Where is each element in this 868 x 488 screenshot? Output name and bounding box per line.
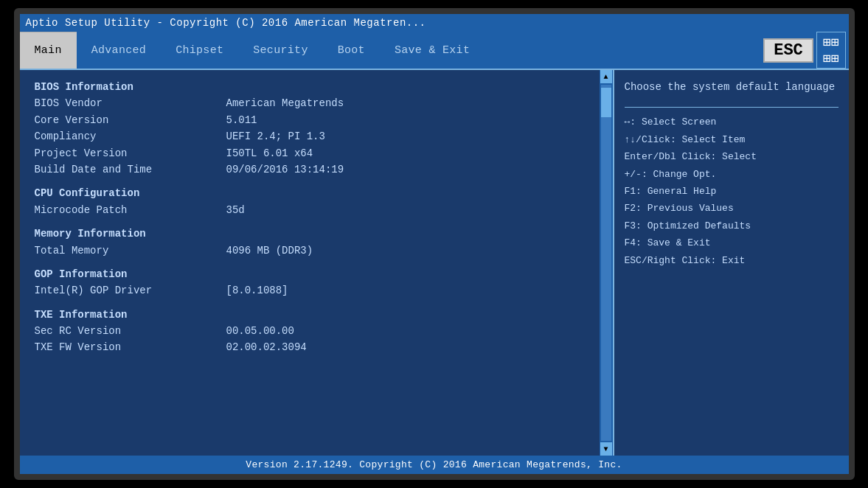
compliancy-label: Compliancy (35, 128, 226, 144)
title-text: Aptio Setup Utility - Copyright (C) 2016… (26, 17, 426, 29)
tab-chipset[interactable]: Chipset (161, 32, 238, 69)
bios-setup-screen: Aptio Setup Utility - Copyright (C) 2016… (14, 8, 855, 480)
sec-rc-value: 00.05.00.00 (226, 323, 294, 339)
tab-security[interactable]: Security (238, 32, 322, 69)
txe-fw-label: TXE FW Version (35, 339, 226, 355)
build-date-row: Build Date and Time 09/06/2016 13:14:19 (35, 161, 585, 178)
gop-driver-value: [8.0.1088] (226, 282, 288, 299)
shortcut-item: ↑↓/Click: Select Item (625, 131, 839, 148)
microcode-label: Microcode Patch (35, 202, 226, 218)
footer-text: Version 2.17.1249. Copyright (C) 2016 Am… (246, 459, 622, 470)
footer-bar: Version 2.17.1249. Copyright (C) 2016 Am… (20, 456, 849, 474)
sec-rc-row: Sec RC Version 00.05.00.00 (35, 323, 585, 339)
bios-vendor-label: BIOS Vendor (35, 95, 226, 111)
tab-boot[interactable]: Boot (323, 32, 380, 69)
build-date-value: 09/06/2016 13:14:19 (226, 161, 344, 178)
core-version-value: 5.011 (226, 112, 257, 128)
microcode-value: 35d (226, 202, 245, 218)
title-bar: Aptio Setup Utility - Copyright (C) 2016… (20, 14, 849, 32)
cpu-config-title: CPU Configuration (35, 185, 585, 201)
tab-save-exit[interactable]: Save & Exit (380, 32, 485, 69)
txe-info-section: TXE Information Sec RC Version 00.05.00.… (35, 307, 585, 356)
help-description: Choose the system default language (625, 79, 839, 95)
nav-right-buttons: ESC ⊞⊞⊞⊞ (763, 32, 848, 69)
scrollbar[interactable]: ▲ ▼ (600, 70, 613, 456)
tab-main[interactable]: Main (20, 32, 77, 69)
gop-info-section: GOP Information Intel(R) GOP Driver [8.0… (35, 266, 585, 299)
txe-info-title: TXE Information (35, 307, 585, 323)
shortcut-help: F1: General Help (625, 183, 839, 200)
left-panel: BIOS Information BIOS Vendor American Me… (20, 70, 600, 456)
memory-info-section: Memory Information Total Memory 4096 MB … (35, 226, 585, 259)
scrollbar-up[interactable]: ▲ (600, 70, 612, 83)
gop-info-title: GOP Information (35, 266, 585, 282)
total-memory-value: 4096 MB (DDR3) (226, 243, 313, 259)
nav-bar: Main Advanced Chipset Security Boot Save… (20, 32, 849, 70)
shortcut-select: Enter/Dbl Click: Select (625, 148, 839, 165)
memory-info-title: Memory Information (35, 226, 585, 242)
shortcut-change: +/-: Change Opt. (625, 166, 839, 183)
shortcut-defaults: F3: Optimized Defaults (625, 217, 839, 234)
gop-driver-label: Intel(R) GOP Driver (35, 282, 226, 299)
bios-vendor-value: American Megatrends (226, 95, 344, 111)
shortcut-save: F4: Save & Exit (625, 234, 839, 251)
shortcut-exit: ESC/Right Click: Exit (625, 252, 839, 269)
txe-fw-row: TXE FW Version 02.00.02.3094 (35, 339, 585, 355)
scrollbar-thumb (601, 88, 611, 117)
shortcut-prev: F2: Previous Values (625, 200, 839, 217)
build-date-label: Build Date and Time (35, 161, 226, 178)
shortcut-screen: ↔: Select Screen (625, 114, 839, 130)
total-memory-row: Total Memory 4096 MB (DDR3) (35, 243, 585, 259)
project-version-value: I50TL 6.01 x64 (226, 145, 313, 161)
bios-info-section: BIOS Information BIOS Vendor American Me… (35, 79, 585, 178)
tab-advanced[interactable]: Advanced (77, 32, 161, 69)
sec-rc-label: Sec RC Version (35, 323, 226, 339)
compliancy-value: UEFI 2.4; PI 1.3 (226, 128, 325, 144)
core-version-row: Core Version 5.011 (35, 112, 585, 128)
txe-fw-value: 02.00.02.3094 (226, 339, 307, 355)
bios-vendor-row: BIOS Vendor American Megatrends (35, 95, 585, 111)
cpu-info-section: CPU Configuration Microcode Patch 35d (35, 185, 585, 218)
project-version-label: Project Version (35, 145, 226, 161)
project-version-row: Project Version I50TL 6.01 x64 (35, 145, 585, 161)
scrollbar-track[interactable] (601, 85, 611, 441)
scrollbar-down[interactable]: ▼ (600, 442, 612, 456)
right-panel: Choose the system default language ↔: Se… (613, 70, 849, 456)
bios-info-title: BIOS Information (35, 79, 585, 95)
microcode-row: Microcode Patch 35d (35, 202, 585, 218)
shortcut-list: ↔: Select Screen ↑↓/Click: Select Item E… (625, 114, 839, 269)
divider (625, 107, 839, 108)
gop-driver-row: Intel(R) GOP Driver [8.0.1088] (35, 282, 585, 299)
compliancy-row: Compliancy UEFI 2.4; PI 1.3 (35, 128, 585, 144)
total-memory-label: Total Memory (35, 243, 226, 259)
main-content: BIOS Information BIOS Vendor American Me… (20, 70, 849, 456)
grid-button[interactable]: ⊞⊞⊞⊞ (816, 32, 846, 69)
esc-button[interactable]: ESC (763, 38, 813, 63)
core-version-label: Core Version (35, 112, 226, 128)
